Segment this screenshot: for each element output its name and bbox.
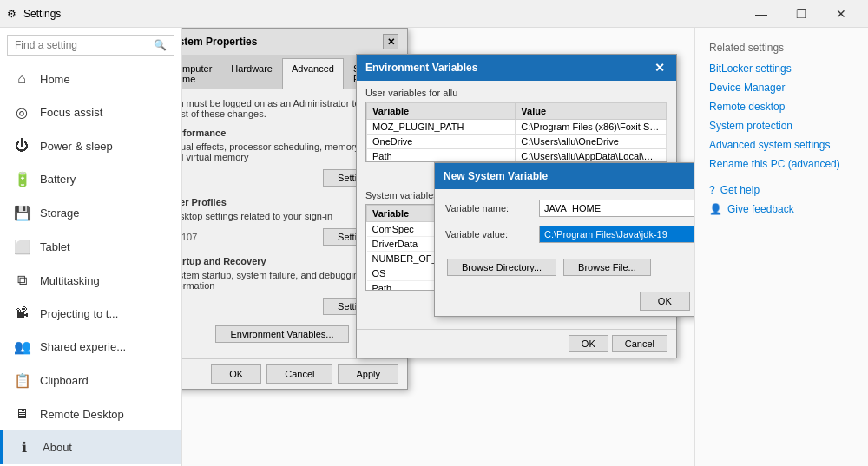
sidebar-item-label: Clipboard bbox=[40, 374, 89, 387]
titlebar-left: ⚙ Settings bbox=[7, 8, 61, 20]
var-name: OneDrive bbox=[367, 135, 516, 149]
get-help-action[interactable]: ? Get help bbox=[709, 184, 854, 196]
related-link-remote-desktop[interactable]: Remote desktop bbox=[709, 101, 854, 113]
settings-icon: ⚙ bbox=[7, 8, 16, 20]
related-link-advanced[interactable]: Advanced system settings bbox=[709, 139, 854, 151]
focus-icon: ◎ bbox=[14, 104, 30, 121]
var-value-label: Variable value: bbox=[445, 229, 532, 240]
sidebar-item-shared[interactable]: 👥 Shared experie... bbox=[0, 330, 181, 364]
tab-advanced[interactable]: Advanced bbox=[282, 58, 344, 89]
sysprop-ok[interactable]: OK bbox=[211, 364, 261, 384]
shared-icon: 👥 bbox=[14, 338, 30, 355]
about-icon: ℹ bbox=[16, 439, 32, 456]
minimize-button[interactable]: — bbox=[741, 0, 781, 28]
user-vars-table-container: Variable Value MOZ_PLUGIN_PATH C:\Progra… bbox=[365, 102, 667, 162]
search-input[interactable] bbox=[15, 39, 150, 51]
sysprop-cancel[interactable]: Cancel bbox=[266, 364, 332, 384]
env-cancel-button[interactable]: Cancel bbox=[612, 335, 667, 352]
home-icon: ⌂ bbox=[14, 71, 30, 87]
var-name: Path bbox=[367, 149, 516, 163]
var-value-input[interactable] bbox=[539, 226, 694, 243]
sidebar-item-home[interactable]: ⌂ Home bbox=[0, 62, 181, 95]
close-button[interactable]: ✕ bbox=[821, 0, 861, 28]
var-value: C:\Users\allu\OneDrive bbox=[516, 135, 667, 149]
sidebar-item-about[interactable]: ℹ About bbox=[0, 430, 181, 464]
get-help-label: Get help bbox=[720, 184, 760, 196]
env-dialog-actions: OK Cancel bbox=[357, 329, 676, 358]
sysprop-title: System Properties bbox=[182, 36, 257, 48]
search-box[interactable]: 🔍 bbox=[7, 35, 174, 56]
table-row[interactable]: Path C:\Users\allu\AppData\Local\Microso… bbox=[367, 149, 667, 163]
new-var-ok[interactable]: OK bbox=[640, 292, 690, 311]
sidebar-item-label: Storage bbox=[40, 207, 80, 220]
sidebar-item-focus[interactable]: ◎ Focus assist bbox=[0, 95, 181, 129]
new-system-variable-dialog[interactable]: New System Variable ✕ Variable name: Var… bbox=[434, 162, 694, 317]
user-val-col: Value bbox=[516, 103, 667, 120]
maximize-button[interactable]: ❐ bbox=[781, 0, 821, 28]
power-icon: ⏻ bbox=[14, 138, 30, 154]
new-var-title: New System Variable bbox=[444, 170, 548, 182]
env-title: Environment Variables bbox=[365, 62, 477, 74]
sysprop-titlebar: System Properties ✕ bbox=[182, 29, 407, 55]
var-value: C:\Program Files (x86)\Foxit Software\Fo… bbox=[516, 120, 667, 135]
search-icon: 🔍 bbox=[154, 39, 167, 51]
sysprop-close[interactable]: ✕ bbox=[383, 34, 398, 49]
give-feedback-action[interactable]: 👤 Give feedback bbox=[709, 203, 854, 215]
sidebar-item-power[interactable]: ⏻ Power & sleep bbox=[0, 129, 181, 162]
sysprop-actions: OK Cancel Apply bbox=[182, 358, 407, 389]
env-variables-button[interactable]: Environment Variables... bbox=[215, 325, 348, 343]
sidebar-item-battery[interactable]: 🔋 Battery bbox=[0, 162, 181, 196]
user-var-col: Variable bbox=[367, 103, 516, 120]
projecting-icon: 📽 bbox=[14, 305, 30, 321]
give-feedback-label: Give feedback bbox=[727, 203, 794, 215]
var-value: C:\Users\allu\AppData\Local\Microsoft\Wi… bbox=[516, 149, 667, 163]
new-var-actions: OK Cancel bbox=[435, 286, 694, 316]
var-name-input[interactable] bbox=[539, 200, 694, 217]
env-ok-button[interactable]: OK bbox=[569, 335, 608, 352]
profiles-range: 7 - 107 bbox=[182, 232, 197, 242]
sysprop-apply[interactable]: Apply bbox=[338, 364, 398, 384]
var-value-row: Variable value: bbox=[445, 226, 694, 243]
remote-icon: 🖥 bbox=[14, 406, 30, 422]
clipboard-icon: 📋 bbox=[14, 372, 30, 389]
new-var-browse-btns: Browse Directory... Browse File... bbox=[435, 257, 694, 278]
new-var-body: Variable name: Variable value: bbox=[435, 189, 694, 257]
env-titlebar: Environment Variables ✕ bbox=[357, 55, 676, 81]
related-link-device-manager[interactable]: Device Manager bbox=[709, 82, 854, 94]
table-row[interactable]: MOZ_PLUGIN_PATH C:\Program Files (x86)\F… bbox=[367, 120, 667, 135]
tablet-icon: ⬜ bbox=[14, 239, 30, 255]
var-name: MOZ_PLUGIN_PATH bbox=[367, 120, 516, 135]
sidebar-item-label: Battery bbox=[40, 173, 76, 186]
sidebar-item-label: Home bbox=[40, 73, 70, 86]
related-link-rename[interactable]: Rename this PC (advanced) bbox=[709, 158, 854, 170]
help-icon: ? bbox=[709, 184, 715, 196]
tab-hardware[interactable]: Hardware bbox=[221, 58, 282, 89]
sidebar-item-clipboard[interactable]: 📋 Clipboard bbox=[0, 364, 181, 397]
user-vars-table: Variable Value MOZ_PLUGIN_PATH C:\Progra… bbox=[366, 102, 667, 162]
table-row[interactable]: OneDrive C:\Users\allu\OneDrive bbox=[367, 135, 667, 149]
titlebar: ⚙ Settings — ❐ ✕ bbox=[0, 0, 868, 28]
sidebar-item-projecting[interactable]: 📽 Projecting to t... bbox=[0, 297, 181, 330]
related-link-bitlocker[interactable]: BitLocker settings bbox=[709, 62, 854, 75]
sidebar-item-label: Remote Desktop bbox=[40, 408, 124, 421]
env-close[interactable]: ✕ bbox=[652, 60, 667, 75]
sidebar: 🔍 ⌂ Home ◎ Focus assist ⏻ Power & sleep … bbox=[0, 28, 182, 466]
sidebar-item-label: Tablet bbox=[40, 240, 70, 253]
related-actions: ? Get help 👤 Give feedback bbox=[709, 184, 854, 215]
sidebar-item-tablet[interactable]: ⬜ Tablet bbox=[0, 230, 181, 264]
sidebar-item-label: Projecting to t... bbox=[40, 307, 118, 320]
sidebar-item-remote[interactable]: 🖥 Remote Desktop bbox=[0, 397, 181, 430]
browse-dir-button[interactable]: Browse Directory... bbox=[447, 259, 556, 276]
tab-computer-name[interactable]: Computer Name bbox=[182, 58, 221, 89]
related-link-system-protection[interactable]: System protection bbox=[709, 120, 854, 132]
titlebar-title: Settings bbox=[23, 8, 61, 20]
right-panel: Related settings BitLocker settings Devi… bbox=[694, 28, 868, 466]
browse-file-button[interactable]: Browse File... bbox=[563, 259, 651, 276]
var-name-row: Variable name: bbox=[445, 200, 694, 217]
dialog-overlay: System Properties ✕ Computer Name Hardwa… bbox=[182, 28, 694, 466]
sidebar-item-storage[interactable]: 💾 Storage bbox=[0, 196, 181, 230]
sidebar-item-label: Multitasking bbox=[40, 274, 100, 287]
new-var-titlebar: New System Variable ✕ bbox=[435, 163, 694, 189]
sidebar-item-multitasking[interactable]: ⧉ Multitasking bbox=[0, 264, 181, 297]
var-name-label: Variable name: bbox=[445, 203, 532, 213]
